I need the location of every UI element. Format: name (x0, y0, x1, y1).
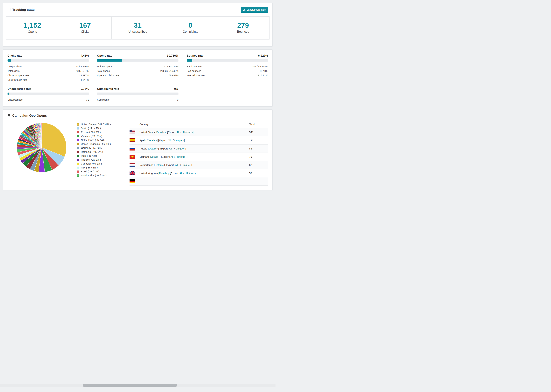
dotted-leader (111, 100, 176, 100)
export-all-link[interactable]: All › (175, 163, 179, 166)
bracket: ] (158, 147, 159, 150)
rate-row-value: 19 / 6.81% (256, 74, 268, 77)
map-pin-icon (7, 114, 11, 117)
rate-row-value: 1,152 / 30.736% (160, 65, 178, 68)
rate-row: Unique clicks 167 / 4.456% (7, 64, 89, 69)
legend-swatch (77, 123, 79, 126)
flag-cell (129, 147, 140, 151)
rate-row-value: 2,303 / 61.446% (160, 70, 178, 72)
legend-swatch (77, 127, 79, 129)
legend-swatch (77, 163, 79, 165)
rate-row-value: 14.497% (79, 74, 89, 77)
geo-opens-header: Campaign Geo Opens (3, 110, 272, 118)
geo-table-row (129, 177, 268, 186)
rate-title: Opens rate (97, 54, 112, 57)
export-all-link[interactable]: All › (171, 155, 175, 158)
rate-row-value: 0 (177, 98, 178, 101)
legend-label: Germany ( 55 / 3% ) (81, 147, 103, 149)
rate-title: Complaints rate (97, 87, 119, 91)
bracket: ] (160, 155, 160, 158)
export-unique-link[interactable]: Unique › (182, 163, 191, 166)
export-label: Export: (162, 155, 171, 158)
rates-card: Clicks rate 4.46% Unique clicks 167 / 4.… (3, 49, 273, 106)
rate-row-label: Internal bounces (187, 74, 205, 77)
geo-table-row: United States [Details ›] [Export: All ›… (129, 128, 268, 136)
rate-row-label: Total clicks (7, 70, 20, 72)
stat-complaints: 0 Complaints (164, 17, 217, 39)
rate-row-value: 167 / 4.456% (74, 65, 89, 68)
stat-unsubscribes: 31 Unsubscribes (112, 17, 164, 39)
rate-row-value: 242 / 86.738% (252, 65, 268, 68)
rates-grid: Clicks rate 4.46% Unique clicks 167 / 4.… (7, 54, 268, 102)
rate-row: Click through rate 4.147% (7, 78, 89, 82)
export-unique-link[interactable]: Unique › (174, 139, 184, 142)
rate-head: Unsubscribe rate 0.77% (7, 87, 89, 91)
legend-label: Romania ( 49 / 3% ) (81, 151, 103, 153)
export-unique-link[interactable]: Unique › (176, 147, 185, 150)
legend-item-india: India ( 46 / 3% ) (77, 154, 120, 157)
bar-chart-icon (7, 8, 11, 11)
details-link[interactable]: Details › (150, 155, 160, 158)
details-link[interactable]: Details › (148, 139, 157, 142)
country-total: 86 (249, 147, 268, 150)
legend-swatch (77, 159, 79, 161)
rate-row-value: 18 / 0% (260, 70, 268, 72)
bracket: ] (185, 147, 186, 150)
legend-item-spain: Spain ( 121 / 7% ) (77, 127, 120, 130)
stat-opens: 1,152 Opens (6, 17, 59, 39)
rate-row-label: Total opens (97, 70, 110, 72)
geo-table-header: Country Total (129, 121, 268, 128)
legend-label: Italy ( 36 / 2% ) (81, 166, 98, 169)
export-all-link[interactable]: All › (179, 172, 184, 175)
bracket: ] (191, 163, 192, 166)
slash: / (172, 139, 174, 142)
total-column-header: Total (249, 123, 268, 126)
geo-table-row: Netherlands [Details ›] [Export: All › /… (129, 161, 268, 169)
bracket: ] (184, 139, 185, 142)
country-total: 59 (249, 172, 268, 175)
geo-table-body: United States [Details ›] [Export: All ›… (129, 128, 268, 186)
export-label: Export: (171, 172, 179, 175)
rate-value: 4.46% (81, 54, 89, 57)
bracket: ] (193, 131, 194, 133)
rate-progress-fill (187, 59, 192, 62)
export-label: Export: (168, 131, 177, 133)
legend-swatch (77, 155, 79, 157)
geo-opens-title: Campaign Geo Opens (12, 114, 47, 118)
rate-progress-track (97, 59, 178, 62)
de-flag-icon (129, 179, 135, 183)
legend-label: Canada ( 40 / 2% ) (81, 162, 102, 165)
rate-row-label: Hard bounces (187, 65, 202, 68)
country-total: 121 (249, 139, 268, 142)
rate-title: Clicks rate (7, 54, 22, 57)
rate-row-label: Clicks to opens rate (7, 74, 29, 77)
export-all-link[interactable]: All › (169, 147, 174, 150)
legend-label: Spain ( 121 / 7% ) (81, 127, 101, 130)
export-label: Export: (159, 139, 168, 142)
export-all-link[interactable]: All › (168, 139, 172, 142)
details-link[interactable]: Details › (156, 131, 166, 133)
details-link[interactable]: Details › (159, 172, 169, 175)
stat-value: 0 (164, 21, 217, 29)
export-all-link[interactable]: All › (177, 131, 181, 133)
export-unique-link[interactable]: Unique › (177, 155, 187, 158)
legend-swatch (77, 170, 79, 173)
rate-progress-fill (97, 59, 122, 62)
export-unique-link[interactable]: Unique › (186, 172, 196, 175)
flag-cell (129, 171, 140, 175)
details-link[interactable]: Details › (149, 147, 158, 150)
country-cell: Netherlands [Details ›] [Export: All › /… (140, 163, 249, 166)
nl-flag-icon (129, 163, 135, 167)
tracking-stats-card: Tracking stats Export basic stats 1,152 … (3, 3, 273, 47)
rate-progress-fill (7, 59, 11, 62)
rate-row: Internal bounces 19 / 6.81% (187, 73, 268, 78)
legend-swatch (77, 167, 79, 169)
export-basic-stats-button[interactable]: Export basic stats (241, 7, 268, 13)
stat-value: 31 (112, 21, 164, 29)
legend-swatch (77, 151, 79, 153)
rate-value: 30.736% (167, 54, 178, 57)
stat-clicks: 167 Clicks (59, 17, 112, 39)
details-link[interactable]: Details › (155, 163, 164, 166)
export-unique-link[interactable]: Unique › (183, 131, 193, 133)
country-cell: Vietnam [Details ›] [Export: All › / Uni… (140, 155, 249, 158)
